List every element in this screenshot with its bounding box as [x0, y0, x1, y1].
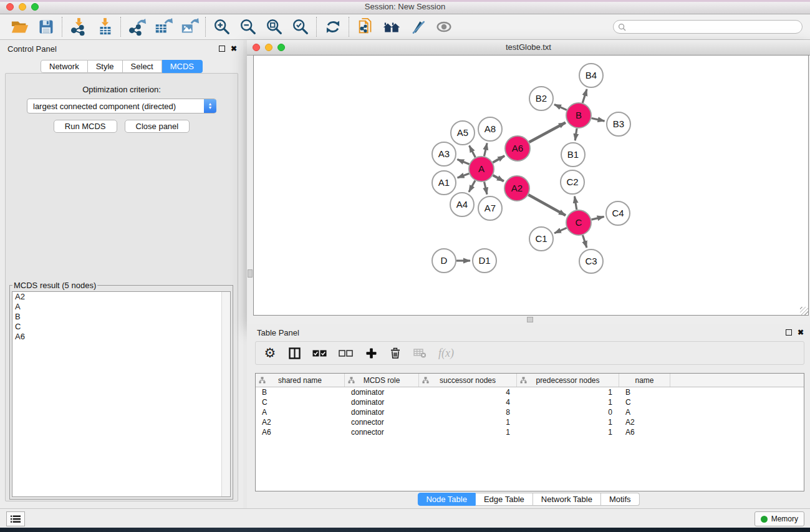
- delete-table-button[interactable]: [413, 345, 427, 361]
- import-network-button[interactable]: [68, 17, 89, 37]
- node-A8[interactable]: A8: [478, 117, 502, 141]
- node-A2[interactable]: A2: [504, 176, 529, 201]
- table-row[interactable]: A6connector11A6: [256, 427, 804, 437]
- mcds-result-list[interactable]: A2ABCA6: [12, 291, 231, 497]
- tab-style[interactable]: Style: [88, 60, 123, 73]
- node-D1[interactable]: D1: [473, 249, 496, 273]
- zoom-window-button[interactable]: [31, 3, 39, 11]
- result-item[interactable]: A2: [12, 292, 230, 302]
- export-network-button[interactable]: [127, 17, 147, 37]
- minimize-window-button[interactable]: [19, 3, 26, 11]
- export-image-button[interactable]: [179, 17, 200, 37]
- network-window-title: testGlobe.txt: [247, 40, 810, 54]
- function-builder-button[interactable]: f(x): [438, 345, 454, 361]
- node-A4[interactable]: A4: [450, 193, 474, 216]
- network-vertical-scrollbar[interactable]: [247, 55, 253, 316]
- column-label: shared name: [278, 376, 322, 385]
- node-B[interactable]: B: [566, 103, 591, 128]
- run-mcds-button[interactable]: Run MCDS: [54, 120, 117, 133]
- tab-network-table[interactable]: Network Table: [533, 493, 601, 506]
- result-item[interactable]: C: [12, 322, 230, 332]
- open-session-button[interactable]: [9, 17, 30, 37]
- hide-labels-button[interactable]: [407, 17, 428, 37]
- node-A6[interactable]: A6: [505, 136, 530, 161]
- result-list-scrollbar[interactable]: [221, 292, 230, 496]
- node-C3[interactable]: C3: [579, 249, 603, 273]
- task-history-button[interactable]: [6, 511, 25, 526]
- tab-mcds[interactable]: MCDS: [162, 60, 203, 73]
- network-canvas[interactable]: AA1A2A3A4A5A6A7A8BB1B2B3B4CC1C2C3C4DD1: [253, 55, 809, 316]
- zoom-selected-button[interactable]: [290, 17, 311, 37]
- table-row[interactable]: A2connector11A2: [256, 417, 804, 427]
- node-C[interactable]: C: [566, 210, 591, 235]
- tab-network[interactable]: Network: [41, 60, 88, 73]
- zoom-in-button[interactable]: [211, 17, 232, 37]
- table-row[interactable]: Bdominator41B: [256, 387, 804, 397]
- zoom-out-button[interactable]: [238, 17, 258, 37]
- node-C2[interactable]: C2: [561, 170, 584, 194]
- close-window-button[interactable]: [6, 3, 14, 11]
- node-A3[interactable]: A3: [432, 142, 456, 166]
- show-graphics-button[interactable]: [433, 17, 454, 37]
- zoom-fit-button[interactable]: [264, 17, 284, 37]
- node-A7[interactable]: A7: [478, 196, 502, 220]
- deselect-all-button[interactable]: [339, 345, 353, 361]
- node-B3[interactable]: B3: [607, 112, 630, 136]
- edge-C-C1: [554, 228, 567, 233]
- horizontal-scroll-thumb[interactable]: [527, 317, 533, 322]
- add-column-button[interactable]: [365, 345, 377, 361]
- close-table-panel-icon[interactable]: ✖: [798, 329, 804, 336]
- column-header-successor-nodes[interactable]: successor nodes: [419, 374, 517, 387]
- network-from-file-button[interactable]: [355, 17, 375, 37]
- result-item[interactable]: B: [12, 312, 230, 322]
- node-C1[interactable]: C1: [529, 227, 553, 251]
- node-table[interactable]: shared nameMCDS rolesuccessor nodesprede…: [255, 373, 804, 491]
- tab-motifs[interactable]: Motifs: [601, 493, 640, 506]
- refresh-button[interactable]: [322, 17, 343, 37]
- float-table-panel-icon[interactable]: [786, 329, 792, 336]
- node-B2[interactable]: B2: [529, 87, 553, 110]
- svg-text:A8: A8: [485, 123, 496, 134]
- tab-node-table[interactable]: Node Table: [417, 493, 476, 506]
- node-C4[interactable]: C4: [606, 201, 630, 225]
- node-B4[interactable]: B4: [579, 64, 603, 87]
- cybrowser-home-button[interactable]: [381, 17, 402, 37]
- network-close-button[interactable]: [253, 44, 260, 51]
- node-B1[interactable]: B1: [561, 143, 585, 167]
- search-field[interactable]: [613, 20, 803, 34]
- show-columns-button[interactable]: [288, 345, 301, 361]
- tab-select[interactable]: Select: [123, 60, 162, 73]
- criterion-select[interactable]: largest connected component (directed) ▲…: [27, 99, 216, 114]
- column-header-predecessor-nodes[interactable]: predecessor nodes: [517, 374, 619, 387]
- node-A5[interactable]: A5: [451, 121, 475, 145]
- edge-C-C4: [591, 216, 604, 220]
- search-input[interactable]: [629, 22, 798, 32]
- table-options-button[interactable]: ⚙: [264, 345, 276, 361]
- save-session-button[interactable]: [36, 17, 56, 37]
- memory-button[interactable]: Memory: [755, 511, 804, 526]
- table-row[interactable]: Cdominator41C: [256, 397, 804, 407]
- import-table-button[interactable]: [94, 17, 115, 37]
- column-header-MCDS-role[interactable]: MCDS role: [345, 374, 419, 387]
- delete-column-button[interactable]: [389, 345, 402, 361]
- float-panel-icon[interactable]: [219, 46, 225, 52]
- control-panel-title: Control Panel: [7, 44, 57, 54]
- close-panel-button[interactable]: Close panel: [125, 120, 190, 133]
- result-item[interactable]: A6: [12, 332, 230, 342]
- node-A[interactable]: A: [469, 157, 494, 181]
- column-header-name[interactable]: name: [619, 374, 670, 387]
- select-all-button[interactable]: [312, 345, 327, 361]
- network-minimize-button[interactable]: [265, 44, 272, 51]
- close-panel-icon[interactable]: ✖: [231, 45, 237, 52]
- export-table-button[interactable]: [153, 17, 173, 37]
- tab-edge-table[interactable]: Edge Table: [476, 493, 533, 506]
- node-D[interactable]: D: [432, 249, 456, 273]
- network-horizontal-scrollbar[interactable]: [247, 316, 810, 324]
- window-resize-grip[interactable]: [800, 307, 808, 315]
- table-row[interactable]: Adominator80A: [256, 407, 804, 417]
- vertical-scroll-thumb[interactable]: [248, 269, 253, 278]
- node-A1[interactable]: A1: [432, 171, 456, 195]
- result-item[interactable]: A: [12, 302, 230, 312]
- column-header-shared-name[interactable]: shared name: [256, 374, 345, 387]
- network-zoom-button[interactable]: [277, 44, 285, 51]
